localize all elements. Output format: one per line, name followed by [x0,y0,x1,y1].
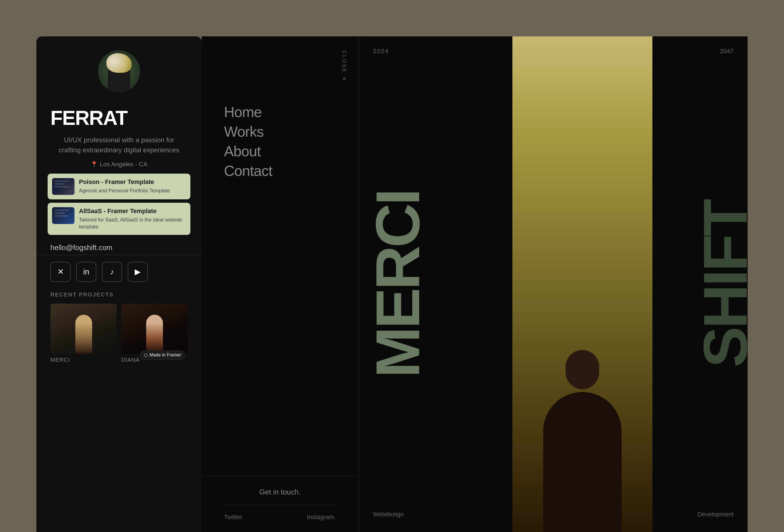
recent-projects-grid: MERCI DIANA ⬡ Made in Framer [50,304,188,363]
recent-projects-label: RECENT PROJECTS [50,291,188,298]
project-info-saas: AllSaaS - Framer Template Tailored for S… [79,207,186,230]
screen-line [54,209,68,211]
merci-panel: 2024 MERCI Webdesign [359,36,512,532]
person-figure [524,342,641,532]
recent-projects-section: RECENT PROJECTS MERCI DIANA ⬡ M [36,289,202,366]
twitter-button[interactable]: ✕ [50,262,71,282]
merci-title: MERCI [370,191,426,378]
nav-works[interactable]: Works [224,123,358,140]
merci-year: 2024 [373,48,389,55]
tiktok-button[interactable]: ♪ [102,262,122,282]
recent-thumb-merci [50,304,117,354]
person-body [543,392,622,532]
youtube-button[interactable]: ▶ [128,262,148,282]
merci-category: Webdesign [373,511,404,518]
project-thumb-poison [52,178,75,195]
avatar-image [98,50,140,92]
sidebar-card: FERRAT UI/UX professional with a passion… [36,36,202,532]
screen-line [54,215,68,217]
profile-bio: UI/UX professional with a passion for cr… [36,129,202,158]
screen-line [54,212,65,214]
person-head [566,350,599,389]
location-text: Los Angeles - CA [100,161,147,168]
framer-badge-text: Made in Framer [149,353,181,358]
nav-contact[interactable]: Contact [224,162,358,179]
screen-line [54,186,68,188]
email-text[interactable]: hello@fogshift.com [50,243,113,252]
nav-panel: CLOSE ✕ Home Works About Contact Get in … [202,36,358,532]
main-container: FERRAT UI/UX professional with a passion… [36,36,748,532]
shift-year: 2047 [720,48,734,55]
project-thumb-saas [52,207,75,224]
location-section: 📍 Los Angeles - CA [91,158,147,174]
shift-category: Development [697,511,734,518]
recent-item-merci[interactable]: MERCI [50,304,117,363]
nav-social-links: Twitter. Instagram. [224,505,336,521]
avatar-flowers-shape [106,53,132,73]
project-card-saas[interactable]: AllSaaS - Framer Template Tailored for S… [48,203,190,235]
project-desc-saas: Tailored for SaaS, AllSaaS is the ideal … [79,217,186,230]
nav-footer: Get in touch. Twitter. Instagram. [202,476,358,532]
merci-figure [75,315,92,354]
recent-thumb-diana [121,304,188,354]
avatar [98,50,140,92]
nav-about[interactable]: About [224,143,358,160]
project-cards: Poison - Framer Template Agencie and Per… [36,174,202,235]
linkedin-button[interactable]: in [76,262,96,282]
location-icon: 📍 [91,161,98,168]
screen-line [54,183,65,185]
project-title-poison: Poison - Framer Template [79,178,170,186]
screen-line [54,180,68,182]
nav-home[interactable]: Home [224,104,358,120]
framer-badge[interactable]: ⬡ Made in Framer [140,351,185,360]
project-title-saas: AllSaaS - Framer Template [79,207,186,215]
get-in-touch-text: Get in touch. [224,488,336,497]
close-label: CLOSE ✕ [341,50,347,83]
shift-title: SHIFT [698,201,748,368]
portfolio-panels: 2024 MERCI Webdesign 2047 SHIFT Developm… [359,36,748,532]
project-info-poison: Poison - Framer Template Agencie and Per… [79,178,170,194]
avatar-section [36,36,202,106]
profile-name: FERRAT [36,106,202,129]
recent-name-merci: MERCI [50,357,117,363]
framer-icon: ⬡ [144,353,148,358]
project-card-poison[interactable]: Poison - Framer Template Agencie and Per… [48,174,190,199]
project-desc-poison: Agencie and Personal Portfolio Template [79,187,170,194]
photo-background [512,36,652,532]
nav-links: Home Works About Contact [202,36,358,179]
nav-twitter-link[interactable]: Twitter. [224,513,244,521]
photo-panel [512,36,652,532]
nav-instagram-link[interactable]: Instagram. [307,513,336,521]
close-button[interactable]: CLOSE ✕ [341,50,347,83]
social-icons: ✕ in ♪ ▶ [36,255,202,289]
shift-panel: 2047 SHIFT Development [652,36,748,532]
recent-item-diana[interactable]: DIANA ⬡ Made in Framer [121,304,188,363]
diana-figure [146,315,163,354]
email-section: hello@fogshift.com [36,235,202,255]
